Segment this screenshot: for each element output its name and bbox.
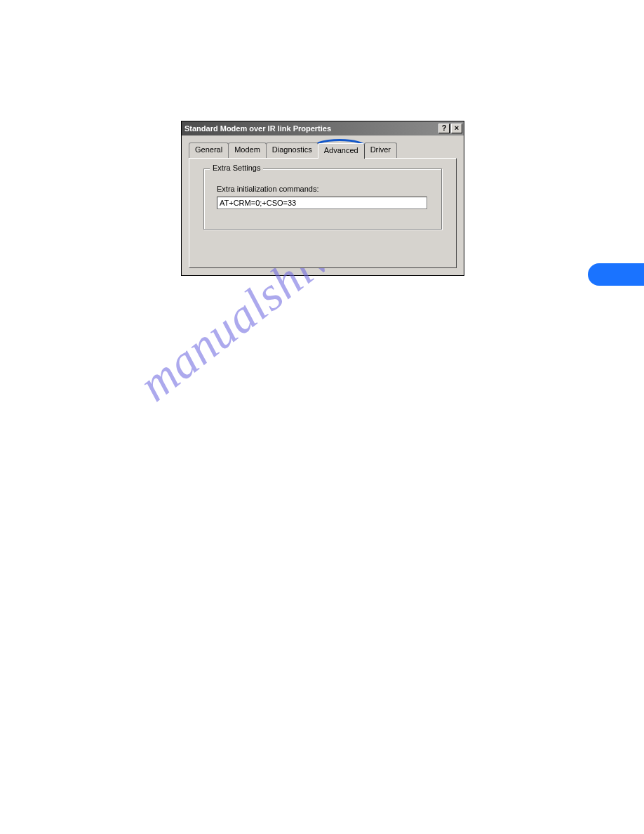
tabstrip: General Modem Diagnostics Advanced Drive… [189,143,457,158]
titlebar-buttons: ? × [438,124,464,133]
extra-init-label: Extra initialization commands: [217,185,429,193]
tab-general[interactable]: General [189,143,229,158]
tab-advanced[interactable]: Advanced [318,143,365,159]
group-legend: Extra Settings [210,164,263,172]
help-button[interactable]: ? [438,124,450,133]
tab-driver[interactable]: Driver [364,143,397,158]
dialog-title: Standard Modem over IR link Properties [185,124,438,133]
extra-settings-group: Extra Settings Extra initialization comm… [203,168,442,230]
tab-modem[interactable]: Modem [228,143,267,158]
page-side-tab [588,263,644,286]
modem-properties-dialog: Standard Modem over IR link Properties ?… [181,121,464,276]
close-button[interactable]: × [451,124,462,133]
dialog-titlebar[interactable]: Standard Modem over IR link Properties ?… [182,121,464,135]
tab-panel-advanced: Extra Settings Extra initialization comm… [189,158,457,268]
tab-diagnostics[interactable]: Diagnostics [266,143,318,158]
extra-init-input[interactable] [217,197,427,209]
